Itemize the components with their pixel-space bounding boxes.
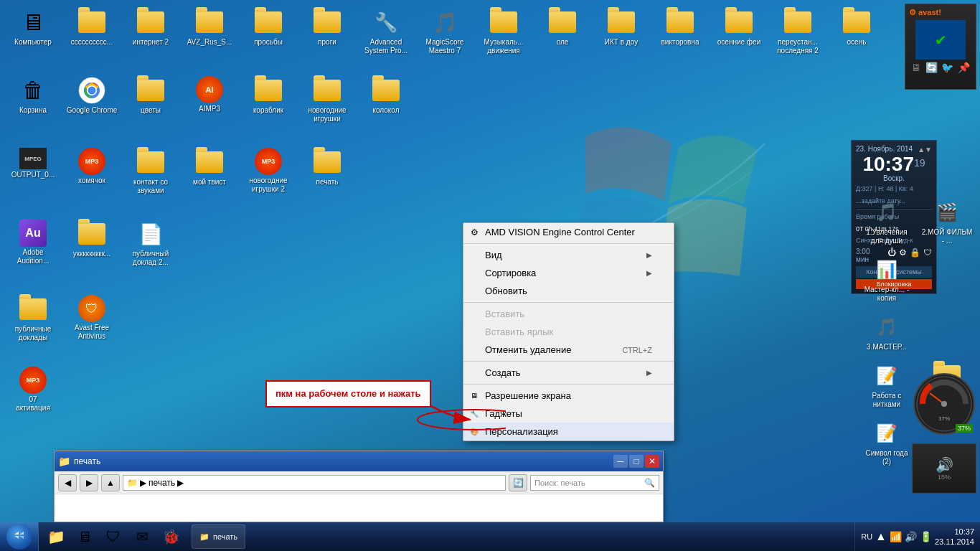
desktop-row-6: MP3 07 активация bbox=[4, 362, 62, 417]
icon-advanced[interactable]: 🔧 Advanced System Pro... bbox=[357, 5, 415, 58]
icon-cvety[interactable]: цветы bbox=[122, 73, 179, 126]
icon-homyachok-label: хомячок bbox=[78, 176, 105, 185]
clock-controls[interactable]: ▲▼ bbox=[918, 146, 932, 154]
avast-btn2[interactable]: 🔄 bbox=[925, 62, 938, 73]
icon-pubdocl-label: публичные доклады bbox=[7, 325, 59, 342]
simvol-icon-img: 📝 bbox=[872, 419, 901, 448]
icon-progi[interactable]: проги bbox=[298, 5, 356, 58]
icon-folder1[interactable]: сссссссссс... bbox=[63, 5, 121, 58]
icon-korablik[interactable]: кораблик bbox=[240, 73, 297, 126]
osfei-icon-img bbox=[725, 8, 753, 37]
tray-volume-icon[interactable]: 🔊 bbox=[905, 531, 917, 542]
desktop-row-3: MPEG OUTPUT_0... MP3 хомячок контакт со … bbox=[4, 143, 357, 199]
icon-pechat-label: печать bbox=[316, 178, 339, 187]
tray-lang[interactable]: RU bbox=[861, 532, 872, 541]
icon-master3[interactable]: 🎵 3.МАСТЕР... bbox=[858, 310, 915, 354]
icon-pereustan[interactable]: переустан... последняя 2 bbox=[769, 5, 826, 58]
menu-item-sort[interactable]: Сортировка ▶ bbox=[463, 264, 674, 282]
icon-output[interactable]: MPEG OUTPUT_0... bbox=[4, 145, 62, 198]
icon-output-label: OUTPUT_0... bbox=[11, 171, 55, 179]
clock-info1: Д:327 | Н: 48 | Кв: 4 bbox=[856, 184, 932, 194]
icon-prosby[interactable]: просьбы bbox=[240, 5, 297, 58]
avast-btn4[interactable]: 📌 bbox=[958, 62, 970, 73]
taskbar-shield-btn[interactable]: 🛡 bbox=[100, 524, 127, 549]
viktorovna-icon-img bbox=[666, 8, 694, 37]
avast-btn1[interactable]: 🖥 bbox=[911, 62, 921, 73]
icon-internet2[interactable]: интернет 2 bbox=[122, 5, 179, 58]
icon-ikt[interactable]: ИКТ в доу bbox=[593, 5, 650, 58]
icon-simvol[interactable]: 📝 Символ года (2) bbox=[858, 416, 915, 469]
icon-ukkkk[interactable]: уккккккккк... bbox=[63, 217, 121, 270]
icon-avzrus[interactable]: AVZ_Rus_S... bbox=[181, 5, 238, 58]
avast-btn3[interactable]: 🐦 bbox=[941, 62, 953, 73]
refresh-button[interactable]: 🔄 bbox=[509, 474, 527, 491]
icon-ole-label: оле bbox=[557, 38, 569, 47]
icon-work-nitki[interactable]: 📝 Работа с нитками bbox=[858, 359, 915, 412]
taskbar-bug-btn[interactable]: 🐞 bbox=[157, 524, 184, 549]
icon-kolokol[interactable]: колокол bbox=[357, 73, 415, 126]
close-button[interactable]: ✕ bbox=[645, 455, 659, 468]
icon-uvlecheniya[interactable]: 🎵 1.Увлечения для души bbox=[858, 195, 915, 248]
maximize-button[interactable]: □ bbox=[629, 455, 644, 468]
svg-point-3 bbox=[88, 87, 96, 95]
menu-item-resolution[interactable]: 🖥 Разрешение экрана bbox=[463, 387, 674, 405]
menu-item-paste-shortcut[interactable]: Вставить ярлык bbox=[463, 323, 674, 341]
tray-network-icon[interactable]: 📶 bbox=[890, 531, 902, 542]
menu-item-paste[interactable]: Вставить bbox=[463, 305, 674, 323]
icon-computer[interactable]: 🖥 Компьютер bbox=[4, 5, 62, 58]
menu-item-undo-delete[interactable]: Отменить удаление CTRL+Z bbox=[463, 341, 674, 359]
korablik-icon-img bbox=[254, 76, 283, 105]
minimize-button[interactable]: ─ bbox=[613, 455, 628, 468]
menu-item-create[interactable]: Создать ▶ bbox=[463, 364, 674, 382]
menu-item-personalization[interactable]: 🎨 Персонализация bbox=[463, 423, 674, 441]
computer-icon-img: 🖥 bbox=[19, 8, 47, 37]
icon-viktorovna[interactable]: викторовна bbox=[651, 5, 709, 58]
icon-aktivaciya[interactable]: MP3 07 активация bbox=[4, 364, 62, 415]
icon-homyachok[interactable]: MP3 хомячок bbox=[63, 145, 121, 198]
icon-ng2[interactable]: MP3 новогодние игрушки 2 bbox=[240, 145, 297, 198]
forward-button[interactable]: ▶ bbox=[80, 474, 98, 491]
clock-day: Воскр. bbox=[856, 174, 932, 182]
icon-moyfil[interactable]: 🎬 2.МОЙ ФИЛЬМ - ... bbox=[918, 195, 976, 248]
icon-chrome[interactable]: Google Chrome bbox=[63, 73, 121, 126]
menu-item-gadgets[interactable]: 🔧 Гаджеты bbox=[463, 405, 674, 423]
icon-ole[interactable]: оле bbox=[534, 5, 591, 58]
icon-moytvist[interactable]: мой твист bbox=[181, 145, 238, 198]
up-button[interactable]: ▲ bbox=[101, 474, 120, 491]
taskbar-explorer-btn[interactable]: 📁 bbox=[42, 524, 70, 549]
ikt-icon-img bbox=[607, 8, 636, 37]
icon-osfei[interactable]: осенние феи bbox=[710, 5, 768, 58]
taskbar-app-pechat[interactable]: 📁 печать bbox=[192, 524, 245, 549]
kolokol-icon-img bbox=[372, 76, 400, 105]
back-button[interactable]: ◀ bbox=[58, 474, 77, 491]
icon-muzdvizh[interactable]: Музыкаль... движения bbox=[475, 5, 532, 58]
icon-magicscore[interactable]: 🎵 MagicScore Maestro 7 bbox=[416, 5, 473, 58]
taskbar-screen-btn[interactable]: 🖥 bbox=[71, 524, 98, 549]
menu-item-amd[interactable]: ⚙ AMD VISION Engine Control Center bbox=[463, 223, 674, 241]
tray-time[interactable]: 10:37 23.11.2014 bbox=[935, 527, 974, 547]
menu-item-refresh[interactable]: Обновить bbox=[463, 282, 674, 300]
start-orb bbox=[6, 524, 32, 550]
icon-pubdocl[interactable]: публичные доклады bbox=[4, 292, 62, 345]
address-bar[interactable]: 📁 ▶ печать ▶ bbox=[123, 475, 506, 491]
icon-kontakt[interactable]: контакт со звуками bbox=[122, 145, 179, 198]
start-button[interactable] bbox=[0, 522, 39, 551]
menu-item-vid[interactable]: Вид ▶ bbox=[463, 246, 674, 264]
separator-1 bbox=[463, 243, 674, 244]
icon-pechat[interactable]: печать bbox=[298, 145, 356, 198]
icon-avast[interactable]: 🛡 Avast Free Antivirus bbox=[63, 292, 121, 345]
icon-ng[interactable]: новогодние игрушки bbox=[298, 73, 356, 126]
search-bar[interactable]: Поиск: печать 🔍 bbox=[530, 475, 659, 491]
icon-masterkl[interactable]: 📊 Мастер-кл... - копия bbox=[858, 253, 915, 306]
clock-seconds-display: 19 bbox=[914, 157, 925, 169]
icon-aimp3[interactable]: AI AIMP3 bbox=[181, 73, 238, 126]
gadgets-icon: 🔧 bbox=[467, 408, 481, 420]
icon-pubdoc[interactable]: 📄 публичный доклад 2... bbox=[122, 217, 179, 270]
icon-osen[interactable]: осень bbox=[828, 5, 885, 58]
icon-recycle[interactable]: 🗑 Корзина bbox=[4, 73, 62, 126]
icon-avzrus-label: AVZ_Rus_S... bbox=[187, 38, 232, 47]
icon-audition[interactable]: Au Adobe Audition... bbox=[4, 217, 62, 270]
icon-prosby-label: просьбы bbox=[254, 38, 283, 47]
taskbar-email-btn[interactable]: ✉ bbox=[128, 524, 156, 549]
tray-up-arrow[interactable]: ▲ bbox=[875, 530, 887, 543]
